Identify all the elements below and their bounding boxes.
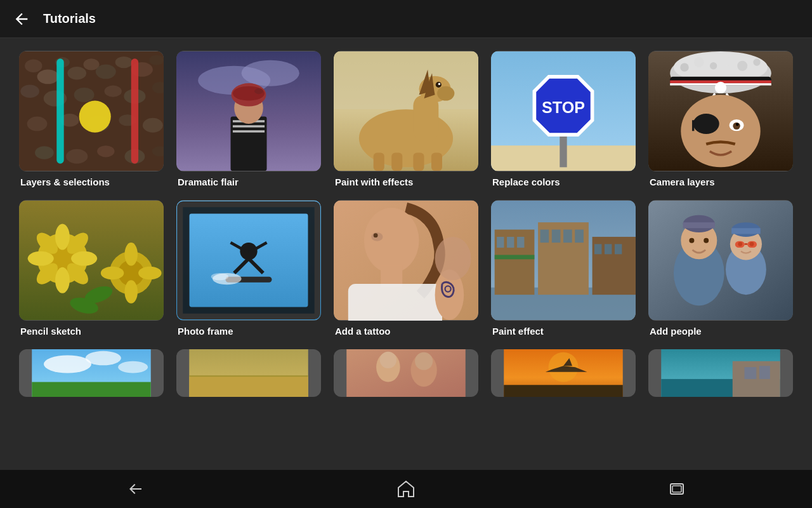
tutorial-item-layers-selections[interactable]: Layers & selections bbox=[19, 51, 164, 187]
tutorial-thumb-row3-2 bbox=[176, 349, 321, 397]
main-content: Layers & selections bbox=[0, 38, 812, 470]
svg-rect-132 bbox=[594, 244, 601, 254]
tutorial-item-replace-colors[interactable]: STOP Replace colors bbox=[491, 51, 636, 187]
svg-point-65 bbox=[737, 61, 747, 71]
thumb-inner bbox=[491, 349, 636, 397]
svg-point-92 bbox=[124, 243, 138, 265]
thumb-inner bbox=[648, 51, 793, 171]
svg-point-83 bbox=[55, 267, 70, 293]
svg-rect-51 bbox=[431, 153, 442, 171]
svg-point-74 bbox=[693, 114, 719, 134]
svg-point-162 bbox=[380, 352, 396, 368]
tutorial-thumb-add-people bbox=[648, 200, 793, 321]
tutorial-grid: Layers & selections bbox=[19, 51, 793, 397]
svg-rect-48 bbox=[374, 153, 384, 171]
svg-rect-129 bbox=[563, 230, 572, 243]
svg-point-147 bbox=[704, 238, 709, 243]
tutorial-item-add-people[interactable]: Add people bbox=[648, 200, 793, 337]
svg-point-95 bbox=[138, 267, 161, 280]
svg-point-23 bbox=[97, 145, 114, 157]
tutorial-label-layers-selections: Layers & selections bbox=[19, 177, 164, 187]
svg-point-6 bbox=[96, 64, 116, 79]
svg-rect-133 bbox=[605, 244, 612, 254]
tutorial-label-paint-effect: Paint effect bbox=[491, 326, 636, 337]
tutorial-thumb-camera-layers bbox=[648, 51, 793, 171]
svg-rect-157 bbox=[189, 376, 308, 397]
svg-point-152 bbox=[44, 355, 91, 373]
svg-rect-145 bbox=[683, 222, 715, 228]
svg-rect-49 bbox=[391, 153, 402, 171]
svg-point-13 bbox=[105, 86, 122, 97]
tutorial-item-add-tattoo[interactable]: Add a tattoo bbox=[334, 200, 478, 337]
svg-point-146 bbox=[689, 238, 694, 243]
tutorial-item-paint-effect[interactable]: Paint effect bbox=[491, 200, 636, 337]
svg-point-63 bbox=[710, 62, 717, 69]
tutorial-thumb-layers-selections bbox=[19, 51, 164, 171]
svg-point-118 bbox=[435, 237, 471, 280]
svg-point-16 bbox=[27, 117, 48, 131]
svg-rect-41 bbox=[334, 51, 478, 109]
tutorial-label-camera-layers: Camera layers bbox=[648, 177, 793, 187]
svg-rect-170 bbox=[745, 367, 757, 379]
svg-point-20 bbox=[143, 118, 163, 133]
svg-point-21 bbox=[35, 146, 54, 159]
tutorial-label-pencil-sketch: Pencil sketch bbox=[19, 326, 164, 337]
svg-point-12 bbox=[74, 88, 95, 102]
svg-point-84 bbox=[28, 251, 54, 266]
svg-rect-134 bbox=[615, 244, 622, 254]
svg-point-39 bbox=[254, 88, 263, 94]
thumb-inner bbox=[19, 200, 164, 321]
tutorial-item-dramatic-flair[interactable]: Dramatic flair bbox=[176, 51, 321, 187]
tutorial-item-paint-with-effects[interactable]: Paint with effects bbox=[334, 51, 478, 187]
svg-rect-113 bbox=[348, 284, 442, 321]
svg-rect-32 bbox=[231, 117, 267, 171]
tutorial-item-row3-5[interactable] bbox=[648, 349, 793, 397]
home-nav-button[interactable] bbox=[391, 474, 421, 504]
tutorial-thumb-row3-4 bbox=[491, 349, 636, 397]
back-button[interactable] bbox=[10, 8, 33, 30]
svg-point-78 bbox=[736, 123, 739, 126]
svg-point-31 bbox=[242, 60, 299, 86]
svg-rect-155 bbox=[32, 382, 151, 397]
tutorial-label-photo-frame: Photo frame bbox=[176, 326, 321, 337]
tutorial-item-row3-2[interactable] bbox=[176, 349, 321, 397]
tutorial-item-row3-1[interactable] bbox=[19, 349, 164, 397]
thumb-inner bbox=[334, 349, 478, 397]
tutorial-label-dramatic-flair: Dramatic flair bbox=[176, 177, 321, 187]
tutorial-item-camera-layers[interactable]: Camera layers bbox=[648, 51, 793, 187]
svg-rect-123 bbox=[507, 237, 514, 248]
svg-rect-139 bbox=[731, 228, 761, 234]
tutorial-item-row3-3[interactable] bbox=[334, 349, 478, 397]
svg-point-111 bbox=[364, 208, 419, 273]
tutorial-item-row3-4[interactable] bbox=[491, 349, 636, 397]
svg-point-154 bbox=[118, 361, 148, 373]
svg-text:STOP: STOP bbox=[542, 98, 585, 116]
svg-point-22 bbox=[66, 149, 88, 164]
recents-nav-button[interactable] bbox=[662, 474, 692, 504]
svg-rect-50 bbox=[413, 153, 424, 171]
thumb-inner bbox=[176, 200, 321, 321]
tutorial-label-replace-colors: Replace colors bbox=[491, 177, 636, 187]
svg-rect-122 bbox=[497, 237, 504, 248]
svg-rect-125 bbox=[495, 255, 535, 259]
svg-point-94 bbox=[101, 267, 124, 280]
thumb-inner: STOP bbox=[491, 51, 636, 171]
tutorial-label-add-people: Add people bbox=[648, 326, 793, 337]
tutorial-label-paint-with-effects: Paint with effects bbox=[334, 177, 478, 187]
svg-rect-128 bbox=[552, 230, 561, 243]
svg-point-70 bbox=[715, 82, 726, 93]
thumb-inner bbox=[19, 51, 164, 171]
svg-rect-173 bbox=[672, 486, 681, 492]
tutorial-thumb-paint-with-effects bbox=[334, 51, 478, 171]
back-nav-button[interactable] bbox=[120, 474, 150, 504]
svg-rect-35 bbox=[233, 130, 265, 132]
svg-point-7 bbox=[115, 57, 133, 68]
tutorial-item-pencil-sketch[interactable]: Pencil sketch bbox=[19, 200, 164, 337]
tutorial-item-photo-frame[interactable]: Photo frame bbox=[176, 200, 321, 337]
tutorial-thumb-dramatic-flair bbox=[176, 51, 321, 171]
svg-point-153 bbox=[86, 351, 121, 366]
thumb-inner bbox=[19, 349, 164, 397]
svg-rect-149 bbox=[747, 241, 757, 248]
tutorial-thumb-add-tattoo bbox=[334, 200, 478, 321]
svg-point-117 bbox=[374, 233, 378, 237]
